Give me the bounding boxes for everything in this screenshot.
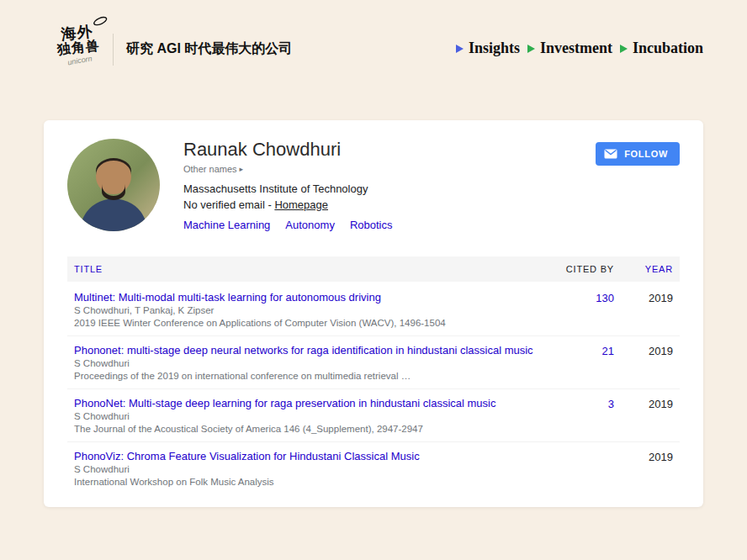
follow-label: FOLLOW [624, 149, 668, 159]
publication-row: PhonoViz: Chroma Feature Visualization f… [67, 442, 680, 494]
publication-info: Multinet: Multi-modal multi-task learnin… [74, 290, 547, 330]
publication-info: Phononet: multi-stage deep neural networ… [74, 343, 547, 383]
publication-row: PhonoNet: Multi-stage deep learning for … [67, 389, 680, 442]
interest-tags: Machine Learning Autonomy Robotics [183, 219, 579, 231]
publications-table-header: TITLE CITED BY YEAR [67, 256, 680, 282]
publications-list: Multinet: Multi-modal multi-task learnin… [67, 283, 680, 494]
nav-label: Investment [540, 40, 612, 57]
nav-item-insights[interactable]: Insights [456, 40, 520, 57]
publication-year: 2019 [614, 396, 673, 436]
nav-label: Incubation [633, 40, 703, 57]
nav-item-investment[interactable]: Investment [527, 40, 612, 57]
publication-row: Phononet: multi-stage deep neural networ… [67, 336, 680, 389]
publication-title-link[interactable]: Multinet: Multi-modal multi-task learnin… [74, 290, 537, 304]
triangle-icon [527, 45, 535, 53]
profile-info: Raunak Chowdhuri Other names ▸ Massachus… [183, 139, 579, 231]
homepage-link[interactable]: Homepage [274, 198, 328, 211]
sort-by-title-link[interactable]: TITLE [74, 264, 547, 274]
publication-info: PhonoNet: Multi-stage deep learning for … [74, 396, 547, 436]
sort-by-citations-link[interactable]: CITED BY [547, 264, 614, 274]
planet-ring-icon [92, 15, 109, 27]
envelope-icon [604, 149, 617, 159]
other-names-toggle[interactable]: Other names ▸ [183, 164, 243, 174]
chevron-right-icon: ▸ [240, 165, 244, 173]
cited-by-count-link[interactable]: 3 [547, 396, 614, 436]
nav-item-incubation[interactable]: Incubation [620, 40, 703, 57]
triangle-icon [620, 45, 628, 53]
publication-year: 2019 [614, 290, 673, 330]
interest-link-autonomy[interactable]: Autonomy [285, 219, 335, 231]
publication-authors: S Chowdhuri [74, 410, 537, 423]
interest-link-machine-learning[interactable]: Machine Learning [183, 219, 270, 231]
nav-label: Insights [469, 40, 520, 57]
publication-venue: The Journal of the Acoustical Society of… [74, 423, 537, 436]
other-names-label: Other names [183, 164, 237, 174]
publication-title-link[interactable]: PhonoNet: Multi-stage deep learning for … [74, 396, 537, 410]
cited-by-count-link[interactable]: 21 [547, 343, 614, 383]
cited-by-count-link[interactable] [547, 449, 614, 489]
publication-authors: S Chowdhuri, T Pankaj, K Zipser [74, 304, 537, 317]
interest-link-robotics[interactable]: Robotics [350, 219, 393, 231]
header-nav: Insights Investment Incubation [456, 40, 703, 57]
page-background: 海外 独角兽 unicorn 研究 AGI 时代最伟大的公司 Insights … [0, 0, 747, 560]
email-line: No verified email - Homepage [183, 198, 579, 211]
publication-info: PhonoViz: Chroma Feature Visualization f… [74, 449, 547, 489]
publication-authors: S Chowdhuri [74, 463, 537, 476]
publication-row: Multinet: Multi-modal multi-task learnin… [67, 283, 680, 336]
profile-affiliation: Massachusetts Institute of Technology [183, 182, 579, 195]
publication-year: 2019 [614, 449, 673, 489]
profile-name: Raunak Chowdhuri [183, 139, 579, 161]
scholar-profile-card: Raunak Chowdhuri Other names ▸ Massachus… [44, 120, 703, 507]
cited-by-count-link[interactable]: 130 [547, 290, 614, 330]
profile-photo [67, 139, 160, 231]
publication-venue: International Workshop on Folk Music Ana… [74, 476, 537, 489]
email-status: No verified email - [183, 198, 274, 211]
publication-title-link[interactable]: Phononet: multi-stage deep neural networ… [74, 343, 537, 357]
publication-venue: 2019 IEEE Winter Conference on Applicati… [74, 317, 537, 330]
follow-button[interactable]: FOLLOW [596, 142, 680, 166]
publication-title-link[interactable]: PhonoViz: Chroma Feature Visualization f… [74, 449, 537, 463]
publication-authors: S Chowdhuri [74, 357, 537, 370]
triangle-icon [456, 45, 464, 53]
unicorn-logo[interactable]: 海外 独角兽 unicorn [47, 22, 109, 67]
publication-year: 2019 [614, 343, 673, 383]
header-tagline: 研究 AGI 时代最伟大的公司 [126, 40, 292, 58]
publication-venue: Proceedings of the 2019 on international… [74, 370, 537, 383]
sort-by-year-link[interactable]: YEAR [614, 264, 673, 274]
header-divider [113, 34, 114, 66]
